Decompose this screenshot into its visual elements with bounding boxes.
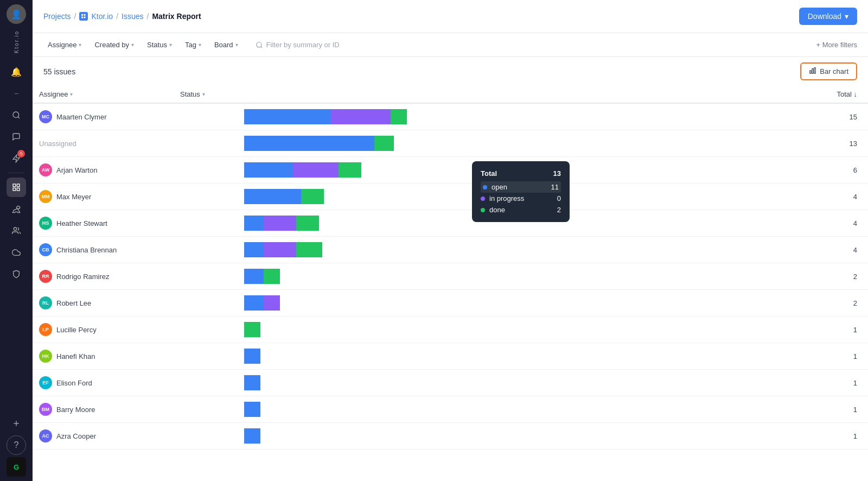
breadcrumb: Projects / Ktor.io / Issues / Matrix Rep…: [43, 12, 201, 21]
person-avatar: CB: [39, 243, 52, 256]
shield-icon[interactable]: [7, 264, 26, 284]
status-cell: [174, 210, 244, 237]
user-avatar[interactable]: 👤: [7, 4, 26, 24]
bar-open: [244, 189, 301, 204]
bar-chart-button[interactable]: Bar chart: [800, 62, 857, 80]
assignee-filter[interactable]: Assignee ▾: [43, 39, 86, 51]
svg-rect-9: [81, 14, 83, 16]
col-header-assignee[interactable]: Assignee ▾: [33, 86, 174, 103]
more-filters-button[interactable]: + More filters: [816, 41, 858, 49]
search-filter[interactable]: Filter by summary or ID: [251, 39, 344, 51]
person-cell[interactable]: LP Lucille Percy: [33, 317, 174, 343]
total-cell: 1: [825, 370, 868, 396]
download-button[interactable]: Download ▾: [799, 8, 857, 25]
table-row: RL Robert Lee 2: [33, 290, 868, 317]
person-cell[interactable]: MC Maarten Clymer: [33, 103, 174, 130]
table-body: MC Maarten Clymer 15Unassigned13 AW Arja…: [33, 103, 868, 450]
bar-segments: [244, 370, 825, 396]
person-avatar: MC: [39, 110, 52, 123]
person-cell[interactable]: MM Max Meyer: [33, 183, 174, 210]
table-row: MM Max Meyer 4: [33, 183, 868, 210]
bar-done: [296, 216, 319, 231]
svg-rect-14: [810, 71, 811, 73]
tooltip-open-value: 11: [551, 183, 559, 191]
bar-progress: [330, 109, 391, 124]
created-by-filter[interactable]: Created by ▾: [90, 39, 138, 51]
table-row: Unassigned13: [33, 130, 868, 157]
bar-open: [244, 375, 260, 390]
status-chevron-icon: ▾: [169, 42, 172, 48]
person-cell[interactable]: EF Elison Ford: [33, 370, 174, 396]
download-chevron-icon: ▾: [845, 12, 848, 21]
person-cell[interactable]: RL Robert Lee: [33, 290, 174, 317]
bars-cell: [244, 396, 825, 423]
person-avatar: RL: [39, 296, 52, 309]
people-icon[interactable]: [7, 221, 26, 240]
total-cell: 15: [825, 103, 868, 130]
search-icon[interactable]: [7, 105, 26, 125]
person-cell[interactable]: AC Azra Cooper: [33, 423, 174, 450]
person-avatar: HK: [39, 350, 52, 363]
person-cell[interactable]: Unassigned: [33, 130, 174, 157]
status-cell: [174, 423, 244, 450]
bars-cell: [244, 423, 825, 450]
megaphone-icon[interactable]: [7, 199, 26, 219]
table-row: HK Hanefi Khan 1: [33, 343, 868, 370]
help-icon[interactable]: ?: [7, 435, 26, 455]
dots-icon[interactable]: ···: [7, 84, 26, 103]
status-cell: [174, 290, 244, 317]
lightning-icon[interactable]: 5: [7, 149, 26, 168]
person-cell[interactable]: BM Barry Moore: [33, 396, 174, 423]
cloud-icon[interactable]: [7, 243, 26, 262]
col-header-total[interactable]: Total ↓: [825, 86, 868, 103]
total-cell: 4: [825, 183, 868, 210]
total-cell: 1: [825, 423, 868, 450]
bell-icon[interactable]: 🔔: [7, 62, 26, 81]
person-avatar: MM: [39, 190, 52, 203]
chat-icon[interactable]: [7, 127, 26, 147]
breadcrumb-issues[interactable]: Issues: [122, 12, 143, 21]
status-cell: [174, 370, 244, 396]
breadcrumb-ktor[interactable]: Ktor.io: [91, 12, 113, 21]
board-chevron-icon: ▾: [235, 42, 238, 48]
status-filter[interactable]: Status ▾: [143, 39, 176, 51]
status-cell: [174, 130, 244, 157]
bar-segments: [244, 290, 825, 316]
person-avatar: BM: [39, 403, 52, 416]
person-avatar: AW: [39, 163, 52, 176]
status-col-label: Status: [180, 90, 200, 98]
bar-segments: [244, 104, 825, 130]
grid-icon[interactable]: [7, 178, 26, 197]
board-filter[interactable]: Board ▾: [210, 39, 242, 51]
breadcrumb-sep-3: /: [147, 12, 149, 21]
assignee-filter-label: Assignee: [48, 41, 76, 49]
gitpod-icon[interactable]: G: [7, 457, 26, 477]
lightning-badge: 5: [17, 150, 25, 157]
add-icon[interactable]: [7, 414, 26, 433]
bar-segments: [244, 396, 825, 422]
person-cell[interactable]: HS Heather Stewart: [33, 210, 174, 237]
person-cell[interactable]: AW Arjan Warton: [33, 157, 174, 183]
bar-progress: [293, 162, 339, 178]
issues-count: 55 issues: [43, 67, 75, 76]
status-cell: [174, 343, 244, 370]
tag-filter[interactable]: Tag ▾: [181, 39, 206, 51]
table-container[interactable]: Assignee ▾ Status ▾ Total ↓: [33, 86, 868, 481]
svg-rect-11: [81, 17, 83, 18]
person-cell[interactable]: HK Hanefi Khan: [33, 343, 174, 370]
col-header-status[interactable]: Status ▾: [174, 86, 244, 103]
tooltip-done-value: 2: [557, 206, 561, 214]
table-row: BM Barry Moore 1: [33, 396, 868, 423]
breadcrumb-ktor-icon: [79, 12, 88, 21]
bar-open: [244, 136, 374, 151]
table-row: CB Christiana Brennan 4: [33, 237, 868, 263]
bar-open: [244, 295, 264, 311]
breadcrumb-projects[interactable]: Projects: [43, 12, 71, 21]
bar-done: [374, 136, 394, 151]
bar-open: [244, 269, 264, 284]
person-cell[interactable]: RR Rodrigo Ramirez: [33, 263, 174, 290]
tooltip-total-row: Total 13: [481, 168, 561, 179]
bar-open: [244, 242, 264, 257]
person-name: Arjan Warton: [56, 166, 97, 174]
person-cell[interactable]: CB Christiana Brennan: [33, 237, 174, 263]
